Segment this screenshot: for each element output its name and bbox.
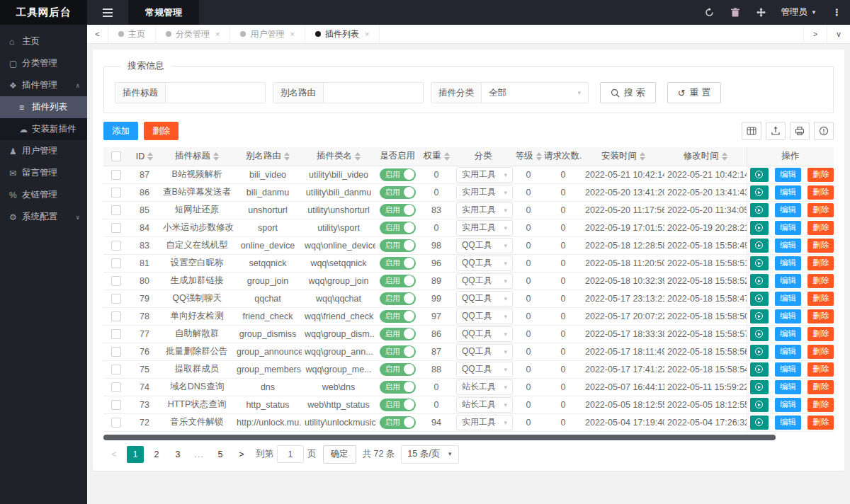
sidebar-item-plugin[interactable]: ❖ 插件管理 ∧ [0,74,87,96]
column-header-weight[interactable]: 权重 [419,147,453,166]
view-button[interactable] [750,274,769,288]
plugin-title-input[interactable] [166,83,265,103]
collapse-sidebar-button[interactable] [87,0,128,25]
tab-category[interactable]: 分类管理 × [156,25,230,43]
view-button[interactable] [750,185,769,200]
page-jump-input[interactable] [277,445,304,463]
edit-button[interactable]: 编辑 [775,185,801,200]
columns-filter-button[interactable] [742,122,761,140]
add-button[interactable]: 添加 [103,122,138,140]
view-button[interactable] [750,292,769,306]
row-delete-button[interactable]: 删除 [808,309,834,323]
column-header-category[interactable]: 分类 [453,147,513,166]
row-checkbox[interactable] [111,400,121,410]
category-select[interactable]: 实用工具 ▾ [456,185,513,200]
print-button[interactable] [790,122,810,140]
category-select[interactable]: QQ工具 ▾ [456,326,513,342]
search-button[interactable]: 搜 索 [600,82,656,103]
category-select[interactable]: 站长工具 ▾ [456,397,513,413]
row-delete-button[interactable]: 删除 [808,345,834,359]
sidebar-item-system-config[interactable]: ⚙ 系统配置 ∨ [0,206,87,228]
view-button[interactable] [750,168,769,182]
enabled-toggle[interactable]: 启用 [380,416,416,429]
edit-button[interactable]: 编辑 [775,168,801,182]
category-select[interactable]: QQ工具 ▾ [456,362,513,377]
page-button-1[interactable]: 1 [127,446,144,463]
row-delete-button[interactable]: 删除 [808,327,834,341]
view-button[interactable] [750,345,769,359]
tab-user[interactable]: 用户管理 × [230,25,305,43]
category-select[interactable]: QQ工具 ▾ [456,238,513,253]
category-select[interactable]: 实用工具 ▾ [456,220,513,236]
sort-icon[interactable] [355,152,361,161]
enabled-toggle[interactable]: 启用 [380,186,416,199]
view-button[interactable] [750,327,769,341]
enabled-toggle[interactable]: 启用 [380,168,416,181]
row-checkbox[interactable] [111,223,121,233]
view-button[interactable] [750,309,769,323]
jump-confirm-button[interactable]: 确定 [323,445,356,464]
row-checkbox[interactable] [111,329,121,339]
edit-button[interactable]: 编辑 [775,239,801,253]
enabled-toggle[interactable]: 启用 [380,310,416,323]
category-select[interactable]: QQ工具 ▾ [456,309,513,324]
more-menu-button[interactable]: ⋮ [824,0,850,25]
sidebar-item-category[interactable]: ▢ 分类管理 [0,52,87,74]
page-button-3[interactable]: 3 [169,446,186,463]
row-delete-button[interactable]: 删除 [808,239,834,253]
row-checkbox[interactable] [111,170,121,180]
category-select[interactable]: QQ工具 ▾ [456,256,513,271]
row-checkbox[interactable] [111,188,121,197]
edit-button[interactable]: 编辑 [775,327,801,341]
next-page-button[interactable]: > [233,446,250,463]
column-header-route[interactable]: 别名路由 [234,147,302,166]
view-button[interactable] [750,221,769,235]
close-icon[interactable]: × [365,30,369,38]
column-header-id[interactable]: ID [129,147,160,166]
edit-button[interactable]: 编辑 [775,203,801,217]
edit-button[interactable]: 编辑 [775,274,801,288]
sidebar-item-friendlink[interactable]: % 友链管理 [0,184,87,206]
tab-plugin-list[interactable]: 插件列表 × [305,25,380,43]
column-header-requests[interactable]: 请求次数... [544,147,582,166]
close-icon[interactable]: × [290,30,294,38]
page-size-select[interactable]: 15 条/页 ▼ [401,445,459,464]
enabled-toggle[interactable]: 启用 [380,257,416,270]
nav-menu-general[interactable]: 常规管理 [128,0,199,25]
category-select[interactable]: 实用工具 ▾ [456,167,513,183]
edit-button[interactable]: 编辑 [775,256,801,270]
enabled-toggle[interactable]: 启用 [380,204,416,217]
enabled-toggle[interactable]: 启用 [380,292,416,305]
view-button[interactable] [750,362,769,377]
row-delete-button[interactable]: 删除 [808,185,834,200]
sort-icon[interactable] [213,152,219,161]
sort-icon[interactable] [284,152,290,161]
route-input[interactable] [324,83,423,103]
row-delete-button[interactable]: 删除 [808,398,834,412]
sort-icon[interactable] [147,152,153,161]
clear-cache-button[interactable] [722,0,748,25]
refresh-button[interactable] [696,0,722,25]
row-checkbox[interactable] [111,347,121,357]
edit-button[interactable]: 编辑 [775,345,801,359]
view-button[interactable] [750,416,769,430]
page-button-2[interactable]: 2 [148,446,165,463]
view-button[interactable] [750,398,769,412]
admin-dropdown[interactable]: 管理员 ▼ [774,6,824,18]
row-delete-button[interactable]: 删除 [808,203,834,217]
tab-dropdown[interactable]: ∨ [827,25,850,43]
sidebar-item-plugin-list[interactable]: ≡ 插件列表 [0,96,87,118]
enabled-toggle[interactable]: 启用 [380,399,416,411]
enabled-toggle[interactable]: 启用 [380,222,416,234]
sort-icon[interactable] [722,152,727,161]
view-button[interactable] [750,239,769,253]
row-delete-button[interactable]: 删除 [808,256,834,270]
edit-button[interactable]: 编辑 [775,380,801,394]
column-header-modified[interactable]: 修改时间 [664,147,747,166]
scrollbar-thumb[interactable] [103,435,776,440]
edit-button[interactable]: 编辑 [775,309,801,323]
edit-button[interactable]: 编辑 [775,221,801,235]
row-checkbox[interactable] [111,311,121,321]
reset-button[interactable]: ↺ 重 置 [667,82,722,103]
category-select[interactable]: 实用工具 ▾ [456,202,513,218]
